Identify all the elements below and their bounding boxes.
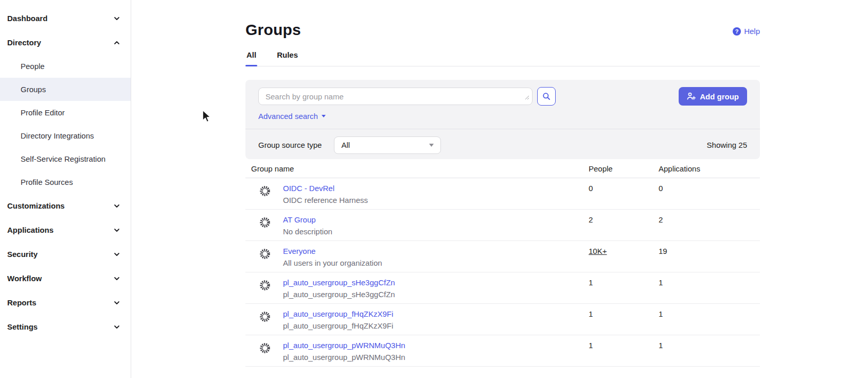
chevron-down-icon <box>113 251 120 258</box>
sidebar-item-label: Reports <box>7 298 37 307</box>
group-avatar-icon <box>259 280 271 299</box>
group-name-link[interactable]: pl_auto_usergroup_pWRNMuQ3Hn <box>283 341 405 350</box>
filter-panel: Add group Advanced search Group source t… <box>245 80 760 159</box>
sidebar-item-label: Profile Editor <box>21 108 65 117</box>
sidebar-item-label: Directory <box>7 38 41 47</box>
sidebar-item-label: Customizations <box>7 201 65 210</box>
applications-count: 1 <box>659 341 760 350</box>
table-row: OIDC - DevRel OIDC reference Harness 0 0 <box>245 178 760 210</box>
sidebar-item-label: Dashboard <box>7 14 47 23</box>
table-header: Group name People Applications <box>245 159 760 178</box>
sidebar-item-label: Groups <box>21 85 46 94</box>
table-row: AT Group No description 2 2 <box>245 210 760 241</box>
sidebar-item-self-service-registration[interactable]: Self-Service Registration <box>0 147 131 170</box>
advanced-search-link[interactable]: Advanced search <box>258 112 326 121</box>
sidebar-item-security[interactable]: Security <box>0 242 131 266</box>
sidebar-item-directory-integrations[interactable]: Directory Integrations <box>0 124 131 147</box>
sidebar-item-reports[interactable]: Reports <box>0 290 131 315</box>
table-row: Everyone All users in your organization … <box>245 241 760 272</box>
groups-table: Group name People Applications OIDC - De… <box>245 159 760 367</box>
sidebar-item-directory[interactable]: Directory <box>0 30 131 55</box>
search-button[interactable] <box>537 87 556 106</box>
applications-count: 2 <box>659 215 760 224</box>
people-count: 1 <box>589 341 659 350</box>
group-name-link[interactable]: pl_auto_usergroup_fHqZKzX9Fi <box>283 310 393 318</box>
chevron-down-icon <box>113 275 120 282</box>
sidebar-item-settings[interactable]: Settings <box>0 315 131 339</box>
sidebar-item-label: Self-Service Registration <box>21 154 105 163</box>
showing-count: Showing 25 <box>707 141 747 149</box>
group-avatar-icon <box>259 248 271 267</box>
source-type-value: All <box>341 141 350 149</box>
sidebar-item-applications[interactable]: Applications <box>0 218 131 242</box>
applications-count: 1 <box>659 310 760 318</box>
column-header-applications: Applications <box>659 164 760 173</box>
sidebar-item-label: People <box>21 62 45 71</box>
tab-bar: All Rules <box>245 50 760 66</box>
tab-rules[interactable]: Rules <box>276 50 299 66</box>
table-row: pl_auto_usergroup_sHe3ggCfZn pl_auto_use… <box>245 272 760 304</box>
page-header: Groups ? Help <box>245 0 760 39</box>
sidebar-item-profile-editor[interactable]: Profile Editor <box>0 101 131 124</box>
main-content: Groups ? Help All Rules <box>131 0 868 378</box>
group-description: OIDC reference Harness <box>283 196 368 204</box>
sidebar-item-label: Settings <box>7 322 38 331</box>
group-name-link[interactable]: OIDC - DevRel <box>283 184 368 193</box>
people-count: 0 <box>589 184 659 193</box>
group-name-link[interactable]: Everyone <box>283 247 382 255</box>
chevron-down-icon <box>113 299 120 306</box>
group-description: pl_auto_usergroup_pWRNMuQ3Hn <box>283 353 405 362</box>
table-row: pl_auto_usergroup_pWRNMuQ3Hn pl_auto_use… <box>245 335 760 367</box>
group-search-input[interactable] <box>258 88 533 105</box>
tab-all[interactable]: All <box>245 50 257 66</box>
add-group-button[interactable]: Add group <box>679 87 747 106</box>
people-count: 1 <box>589 278 659 287</box>
group-avatar-icon <box>259 311 271 330</box>
group-name-link[interactable]: AT Group <box>283 215 332 224</box>
source-type-select[interactable]: All <box>334 136 441 154</box>
add-group-label: Add group <box>700 92 739 101</box>
sidebar-item-label: Applications <box>7 226 54 234</box>
sidebar-item-label: Security <box>7 250 38 259</box>
sidebar: Dashboard Directory People Groups Profil… <box>0 0 131 378</box>
caret-down-icon <box>322 115 326 117</box>
applications-count: 1 <box>659 278 760 287</box>
search-icon <box>542 92 551 100</box>
add-user-group-icon <box>687 92 696 100</box>
sidebar-item-profile-sources[interactable]: Profile Sources <box>0 170 131 194</box>
caret-down-icon <box>429 144 434 147</box>
group-avatar-icon <box>259 217 271 236</box>
applications-count: 19 <box>659 247 760 255</box>
people-count: 1 <box>589 310 659 318</box>
chevron-up-icon <box>113 39 120 46</box>
page-title: Groups <box>245 21 760 39</box>
chevron-down-icon <box>113 202 120 210</box>
table-row: pl_auto_usergroup_fHqZKzX9Fi pl_auto_use… <box>245 304 760 335</box>
group-avatar-icon <box>259 342 271 362</box>
help-link-label: Help <box>744 27 760 36</box>
people-count: 2 <box>589 215 659 224</box>
source-type-label: Group source type <box>258 141 322 149</box>
applications-count: 0 <box>659 184 760 193</box>
help-link[interactable]: ? Help <box>733 27 760 36</box>
chevron-down-icon <box>113 15 120 22</box>
column-header-people: People <box>589 164 659 173</box>
group-description: pl_auto_usergroup_sHe3ggCfZn <box>283 290 395 299</box>
sidebar-item-workflow[interactable]: Workflow <box>0 266 131 290</box>
sidebar-item-customizations[interactable]: Customizations <box>0 194 131 218</box>
group-description: No description <box>283 227 332 236</box>
advanced-search-label: Advanced search <box>258 112 318 121</box>
chevron-down-icon <box>113 227 120 234</box>
sidebar-item-label: Workflow <box>7 274 42 283</box>
app-window: Dashboard Directory People Groups Profil… <box>0 0 868 378</box>
chevron-down-icon <box>113 323 120 331</box>
group-name-link[interactable]: pl_auto_usergroup_sHe3ggCfZn <box>283 278 395 287</box>
sidebar-item-groups[interactable]: Groups <box>0 78 131 101</box>
sidebar-item-label: Directory Integrations <box>21 131 94 140</box>
people-count-link[interactable]: 10K+ <box>589 247 659 255</box>
group-description: pl_auto_usergroup_fHqZKzX9Fi <box>283 321 393 330</box>
sidebar-item-people[interactable]: People <box>0 55 131 78</box>
sidebar-item-label: Profile Sources <box>21 178 73 186</box>
sidebar-item-dashboard[interactable]: Dashboard <box>0 6 131 30</box>
help-icon: ? <box>733 27 741 36</box>
